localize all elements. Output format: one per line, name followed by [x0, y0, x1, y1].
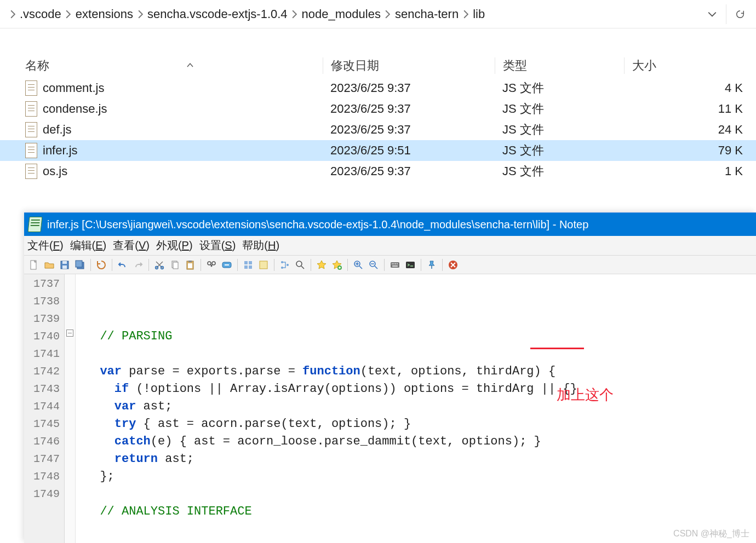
column-header-date[interactable]: 修改日期 — [323, 57, 495, 74]
file-row[interactable]: comment.js2023/6/25 9:37JS 文件4 K — [0, 78, 756, 99]
address-bar: .vscode extensions sencha.vscode-extjs-1… — [0, 0, 756, 28]
chevron-right-icon — [64, 5, 73, 23]
file-row[interactable]: def.js2023/6/25 9:37JS 文件24 K — [0, 119, 756, 140]
file-size: 1 K — [624, 164, 756, 178]
file-list-header: 名称 修改日期 类型 大小 — [0, 54, 756, 78]
crumb[interactable]: sencha.vscode-extjs-1.0.4 — [145, 5, 290, 24]
crumb[interactable]: sencha-tern — [393, 5, 461, 24]
file-name: os.js — [43, 164, 67, 178]
history-dropdown-button[interactable] — [701, 3, 724, 25]
file-size: 24 K — [624, 123, 756, 137]
sort-indicator-icon — [186, 61, 194, 70]
file-row[interactable]: os.js2023/6/25 9:37JS 文件1 K — [0, 161, 756, 182]
file-date: 2023/6/25 9:37 — [323, 81, 495, 95]
file-name: condense.js — [43, 102, 107, 116]
file-size: 79 K — [624, 143, 756, 158]
file-type: JS 文件 — [495, 142, 624, 159]
file-name: infer.js — [43, 143, 78, 158]
file-size: 4 K — [624, 81, 756, 95]
chevron-right-icon — [290, 5, 300, 23]
crumb[interactable]: node_modules — [300, 5, 383, 24]
column-header-name[interactable]: 名称 — [25, 57, 49, 74]
file-icon — [25, 101, 37, 117]
file-size: 11 K — [624, 102, 756, 116]
chevron-right-icon — [8, 5, 18, 23]
crumb[interactable]: extensions — [73, 5, 135, 24]
file-icon — [25, 143, 37, 158]
column-header-size[interactable]: 大小 — [624, 57, 756, 74]
file-date: 2023/6/25 9:37 — [323, 164, 495, 178]
refresh-button[interactable] — [729, 3, 752, 25]
file-date: 2023/6/25 9:37 — [323, 102, 495, 116]
chevron-right-icon — [383, 5, 393, 23]
file-name: def.js — [43, 123, 72, 137]
file-type: JS 文件 — [495, 122, 624, 138]
column-header-type[interactable]: 类型 — [495, 57, 624, 74]
breadcrumb: .vscode extensions sencha.vscode-extjs-1… — [8, 5, 701, 24]
file-icon — [25, 122, 37, 137]
crumb[interactable]: lib — [471, 5, 487, 24]
chevron-right-icon — [461, 5, 471, 23]
chevron-right-icon — [135, 5, 145, 23]
file-icon — [25, 164, 37, 179]
file-type: JS 文件 — [495, 101, 624, 117]
file-row[interactable]: infer.js2023/6/25 9:51JS 文件79 K — [0, 140, 756, 161]
file-date: 2023/6/25 9:51 — [323, 143, 495, 158]
file-name: comment.js — [43, 81, 104, 95]
file-list: 名称 修改日期 类型 大小 comment.js2023/6/25 9:37JS… — [0, 28, 756, 182]
file-date: 2023/6/25 9:37 — [323, 123, 495, 137]
file-row[interactable]: condense.js2023/6/25 9:37JS 文件11 K — [0, 99, 756, 119]
crumb[interactable]: .vscode — [18, 5, 64, 24]
divider — [726, 4, 726, 24]
file-type: JS 文件 — [495, 80, 624, 96]
file-icon — [25, 80, 37, 96]
file-type: JS 文件 — [495, 163, 624, 180]
